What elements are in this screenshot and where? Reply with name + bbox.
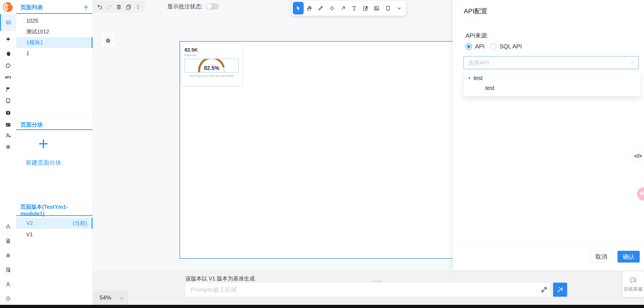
versions-header-underline [16, 215, 92, 216]
page-list-item[interactable]: 测试1012 [16, 26, 92, 37]
edit-note-icon [362, 5, 368, 11]
tree-node-child[interactable]: test [464, 83, 640, 93]
sidebar-item-logout[interactable] [0, 293, 16, 304]
gauge-widget[interactable]: 82.5% [184, 58, 239, 72]
caret-down-icon[interactable]: ▾ [468, 76, 474, 80]
code-view-tab[interactable]: </> [632, 150, 644, 162]
sidebar-item-api[interactable]: API [0, 72, 16, 83]
duplicate-button[interactable] [124, 2, 133, 11]
download-icon [5, 223, 11, 229]
generate-button[interactable] [553, 283, 567, 297]
annotation-status-toggle[interactable] [206, 3, 219, 10]
annotation-status-row: 显示批注状态: [167, 0, 219, 13]
expand-panel-button[interactable]: » [120, 294, 123, 302]
sidebar-item-hand[interactable] [0, 48, 16, 59]
app-root: API $ [0, 0, 644, 308]
version-row-v2[interactable]: V2 (当前) [16, 218, 92, 229]
magic-wand-icon [556, 286, 564, 294]
left-icon-rail: API $ [0, 0, 16, 305]
sidebar-item-doc-search[interactable] [0, 264, 16, 276]
sidebar-item-flag[interactable] [0, 84, 16, 95]
page-list-item-selected[interactable]: 1模块1 [16, 37, 92, 48]
tool-edit-note[interactable] [360, 2, 371, 14]
left-panel: 页面列表 + 1025 测试1012 1模块1 1 页面分块 + 新建页面分块 … [16, 0, 93, 305]
tool-arrow[interactable] [338, 2, 348, 14]
word-doc-icon [5, 238, 11, 244]
tool-more[interactable] [394, 2, 404, 14]
user-icon [5, 281, 11, 287]
sidebar-item-download[interactable] [0, 220, 16, 232]
user-wrench-icon [5, 132, 11, 138]
drawing-toolbar [291, 0, 406, 16]
record-point-button[interactable] [102, 34, 114, 47]
bottom-bar: 该版本以 V1 版本为基准生成 54% » [93, 270, 644, 305]
version-name: V1 [26, 231, 33, 238]
sidebar-item-ai[interactable] [0, 34, 16, 45]
undo-button[interactable] [95, 2, 104, 11]
tool-rectangle[interactable] [382, 2, 394, 14]
tool-cursor[interactable] [293, 2, 304, 14]
sidebar-item-admin[interactable] [0, 130, 16, 141]
redo-button[interactable] [105, 2, 114, 11]
expenses-stat-card[interactable]: 82.5K Expenses 82.5% $21k Expenses more … [181, 44, 242, 86]
page-canvas[interactable]: 82.5K Expenses 82.5% $21k Expenses more … [180, 41, 453, 259]
tree-node-parent[interactable]: ▾ test [464, 73, 640, 83]
gear-icon [5, 144, 11, 150]
flag-icon [5, 86, 11, 92]
api-select[interactable]: 选择API [463, 56, 639, 69]
delete-button[interactable] [114, 2, 124, 11]
page-list-item[interactable]: 1 [16, 48, 92, 59]
palette-icon [5, 63, 11, 69]
tool-eraser[interactable] [326, 2, 338, 14]
power-icon [5, 296, 11, 302]
version-row-v1[interactable]: V1 [16, 229, 92, 240]
cancel-button[interactable]: 取消 [590, 251, 612, 262]
zoom-level: 54% [100, 294, 111, 301]
radio-circle-icon [490, 44, 496, 50]
page-list-item[interactable]: 1025 [16, 16, 92, 26]
translate-icon: 中A [640, 191, 644, 197]
add-page-button[interactable]: + [84, 3, 88, 11]
sidebar-item-theme[interactable] [0, 60, 16, 72]
trash-icon [116, 4, 122, 10]
text-icon [351, 5, 357, 11]
tool-hand[interactable] [304, 2, 315, 14]
radio-api[interactable]: API [466, 43, 484, 50]
expand-icon[interactable] [540, 286, 548, 293]
tool-pencil[interactable] [315, 2, 326, 14]
new-block-label: 新建页面分块 [21, 159, 66, 167]
tablet-icon [5, 98, 11, 104]
redo-icon [106, 4, 112, 10]
versions-section-header: 页面版本(TestYm1-module1) [16, 205, 92, 215]
select-placeholder: 选择API [468, 59, 629, 67]
sidebar-item-pages[interactable] [0, 14, 16, 31]
sidebar-item-device[interactable] [0, 95, 16, 106]
settings-icon [5, 252, 11, 258]
sidebar-item-settings[interactable] [0, 141, 16, 153]
blocks-section-header: 页面分块 [16, 120, 92, 129]
version-current-tag: (当前) [72, 220, 87, 227]
blocks-header-underline [16, 129, 92, 130]
radio-sql-api[interactable]: SQL API [490, 43, 522, 50]
more-options-button[interactable] [134, 2, 143, 11]
sidebar-item-contacts[interactable] [0, 119, 16, 130]
pencil-icon [318, 5, 324, 11]
pages-header-title: 页面列表 [20, 4, 43, 11]
sidebar-item-preferences[interactable] [0, 250, 16, 261]
confirm-button[interactable]: 确认 [618, 251, 640, 262]
prompt-input[interactable] [185, 282, 550, 297]
new-block-button[interactable]: + 新建页面分块 [21, 135, 66, 167]
arrow-up-right-icon [340, 5, 346, 11]
sidebar-item-word-export[interactable] [0, 235, 16, 246]
app-logo-icon [2, 2, 14, 13]
id-card-icon [5, 122, 11, 128]
sidebar-item-billing[interactable]: $ [0, 107, 16, 118]
tree-node-label: test [485, 85, 494, 91]
online-support-widget[interactable]: 在线客服 [622, 271, 644, 297]
tool-image[interactable] [371, 2, 382, 14]
sidebar-item-account[interactable] [0, 278, 16, 290]
dollar-icon: $ [5, 110, 11, 116]
kebab-icon [135, 4, 141, 10]
tool-text[interactable] [349, 2, 360, 14]
toggle-knob [206, 4, 212, 9]
